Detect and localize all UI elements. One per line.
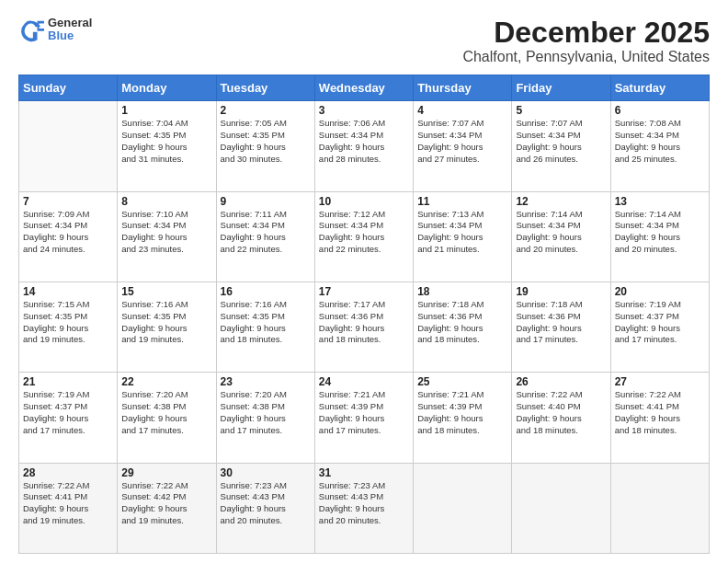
- calendar-cell: 5Sunrise: 7:07 AMSunset: 4:34 PMDaylight…: [512, 101, 610, 191]
- day-info: Sunrise: 7:09 AMSunset: 4:34 PMDaylight:…: [23, 209, 113, 256]
- day-info: Sunrise: 7:18 AMSunset: 4:36 PMDaylight:…: [516, 299, 606, 346]
- calendar-cell: 23Sunrise: 7:20 AMSunset: 4:38 PMDayligh…: [216, 373, 314, 463]
- day-info: Sunrise: 7:07 AMSunset: 4:34 PMDaylight:…: [417, 118, 507, 165]
- calendar-cell: 31Sunrise: 7:23 AMSunset: 4:43 PMDayligh…: [314, 463, 413, 553]
- day-info: Sunrise: 7:23 AMSunset: 4:43 PMDaylight:…: [319, 480, 409, 527]
- header: General Blue December 2025 Chalfont, Pen…: [18, 17, 710, 65]
- calendar-cell: 6Sunrise: 7:08 AMSunset: 4:34 PMDaylight…: [610, 101, 709, 191]
- calendar-cell: 19Sunrise: 7:18 AMSunset: 4:36 PMDayligh…: [512, 282, 610, 372]
- day-number: 26: [516, 375, 606, 388]
- calendar-cell: 4Sunrise: 7:07 AMSunset: 4:34 PMDaylight…: [414, 101, 512, 191]
- day-number: 2: [221, 104, 311, 117]
- calendar-cell: 2Sunrise: 7:05 AMSunset: 4:35 PMDaylight…: [216, 101, 314, 191]
- day-info: Sunrise: 7:11 AMSunset: 4:34 PMDaylight:…: [221, 209, 311, 256]
- day-info: Sunrise: 7:18 AMSunset: 4:36 PMDaylight:…: [417, 299, 507, 346]
- day-number: 28: [23, 466, 113, 479]
- day-number: 12: [516, 195, 606, 208]
- calendar-cell: 9Sunrise: 7:11 AMSunset: 4:34 PMDaylight…: [216, 191, 314, 282]
- day-number: 19: [516, 285, 606, 298]
- day-number: 4: [417, 104, 507, 117]
- day-number: 5: [516, 104, 606, 117]
- calendar-cell: [512, 463, 610, 553]
- day-number: 14: [23, 285, 113, 298]
- day-info: Sunrise: 7:15 AMSunset: 4:35 PMDaylight:…: [23, 299, 113, 346]
- logo-blue-text: Blue: [48, 29, 92, 42]
- day-info: Sunrise: 7:19 AMSunset: 4:37 PMDaylight:…: [615, 299, 705, 346]
- day-number: 6: [615, 104, 705, 117]
- calendar-cell: [19, 101, 118, 191]
- calendar-cell: 8Sunrise: 7:10 AMSunset: 4:34 PMDaylight…: [118, 191, 216, 282]
- day-info: Sunrise: 7:06 AMSunset: 4:34 PMDaylight:…: [319, 118, 409, 165]
- day-number: 24: [319, 375, 409, 388]
- calendar-cell: 3Sunrise: 7:06 AMSunset: 4:34 PMDaylight…: [314, 101, 413, 191]
- col-wednesday: Wednesday: [314, 75, 413, 101]
- calendar-cell: 28Sunrise: 7:22 AMSunset: 4:41 PMDayligh…: [19, 463, 118, 553]
- day-info: Sunrise: 7:05 AMSunset: 4:35 PMDaylight:…: [221, 118, 311, 165]
- day-number: 20: [615, 285, 705, 298]
- day-number: 29: [121, 466, 211, 479]
- calendar-cell: 17Sunrise: 7:17 AMSunset: 4:36 PMDayligh…: [314, 282, 413, 372]
- calendar-cell: 11Sunrise: 7:13 AMSunset: 4:34 PMDayligh…: [414, 191, 512, 282]
- day-number: 25: [417, 375, 507, 388]
- day-info: Sunrise: 7:17 AMSunset: 4:36 PMDaylight:…: [319, 299, 409, 346]
- day-info: Sunrise: 7:16 AMSunset: 4:35 PMDaylight:…: [121, 299, 211, 346]
- day-number: 21: [23, 375, 113, 388]
- day-info: Sunrise: 7:21 AMSunset: 4:39 PMDaylight:…: [417, 389, 507, 436]
- col-thursday: Thursday: [414, 75, 512, 101]
- calendar-cell: 27Sunrise: 7:22 AMSunset: 4:41 PMDayligh…: [610, 373, 709, 463]
- col-friday: Friday: [512, 75, 610, 101]
- day-number: 23: [221, 375, 311, 388]
- calendar-cell: 18Sunrise: 7:18 AMSunset: 4:36 PMDayligh…: [414, 282, 512, 372]
- calendar-cell: 14Sunrise: 7:15 AMSunset: 4:35 PMDayligh…: [19, 282, 118, 372]
- day-info: Sunrise: 7:20 AMSunset: 4:38 PMDaylight:…: [221, 389, 311, 436]
- logo-general-text: General: [48, 17, 92, 29]
- calendar-cell: 12Sunrise: 7:14 AMSunset: 4:34 PMDayligh…: [512, 191, 610, 282]
- col-saturday: Saturday: [610, 75, 709, 101]
- day-number: 15: [121, 285, 211, 298]
- calendar-cell: 1Sunrise: 7:04 AMSunset: 4:35 PMDaylight…: [118, 101, 216, 191]
- logo-text: General Blue: [48, 17, 92, 43]
- day-info: Sunrise: 7:07 AMSunset: 4:34 PMDaylight:…: [516, 118, 606, 165]
- calendar-cell: 7Sunrise: 7:09 AMSunset: 4:34 PMDaylight…: [19, 191, 118, 282]
- day-info: Sunrise: 7:12 AMSunset: 4:34 PMDaylight:…: [319, 209, 409, 256]
- calendar-cell: 15Sunrise: 7:16 AMSunset: 4:35 PMDayligh…: [118, 282, 216, 372]
- calendar-cell: [414, 463, 512, 553]
- day-number: 8: [121, 195, 211, 208]
- day-number: 30: [221, 466, 311, 479]
- calendar-cell: 22Sunrise: 7:20 AMSunset: 4:38 PMDayligh…: [118, 373, 216, 463]
- calendar-week-2: 7Sunrise: 7:09 AMSunset: 4:34 PMDaylight…: [19, 191, 710, 282]
- day-number: 3: [319, 104, 409, 117]
- day-number: 22: [121, 375, 211, 388]
- day-number: 13: [615, 195, 705, 208]
- day-info: Sunrise: 7:23 AMSunset: 4:43 PMDaylight:…: [221, 480, 311, 527]
- day-number: 9: [221, 195, 311, 208]
- calendar-week-1: 1Sunrise: 7:04 AMSunset: 4:35 PMDaylight…: [19, 101, 710, 191]
- logo-icon: [18, 17, 44, 42]
- calendar-header-row: Sunday Monday Tuesday Wednesday Thursday…: [19, 75, 710, 101]
- day-info: Sunrise: 7:22 AMSunset: 4:41 PMDaylight:…: [615, 389, 705, 436]
- calendar-week-5: 28Sunrise: 7:22 AMSunset: 4:41 PMDayligh…: [19, 463, 710, 553]
- title-area: December 2025 Chalfont, Pennsylvania, Un…: [462, 17, 710, 65]
- calendar-cell: 20Sunrise: 7:19 AMSunset: 4:37 PMDayligh…: [610, 282, 709, 372]
- calendar-cell: 26Sunrise: 7:22 AMSunset: 4:40 PMDayligh…: [512, 373, 610, 463]
- page: General Blue December 2025 Chalfont, Pen…: [0, 0, 728, 563]
- col-sunday: Sunday: [19, 75, 118, 101]
- day-info: Sunrise: 7:10 AMSunset: 4:34 PMDaylight:…: [121, 209, 211, 256]
- calendar-cell: 21Sunrise: 7:19 AMSunset: 4:37 PMDayligh…: [19, 373, 118, 463]
- col-monday: Monday: [118, 75, 216, 101]
- logo: General Blue: [18, 17, 92, 43]
- calendar-cell: 24Sunrise: 7:21 AMSunset: 4:39 PMDayligh…: [314, 373, 413, 463]
- day-info: Sunrise: 7:08 AMSunset: 4:34 PMDaylight:…: [615, 118, 705, 165]
- day-number: 7: [23, 195, 113, 208]
- day-info: Sunrise: 7:22 AMSunset: 4:42 PMDaylight:…: [121, 480, 211, 527]
- calendar-week-4: 21Sunrise: 7:19 AMSunset: 4:37 PMDayligh…: [19, 373, 710, 463]
- day-number: 27: [615, 375, 705, 388]
- day-info: Sunrise: 7:13 AMSunset: 4:34 PMDaylight:…: [417, 209, 507, 256]
- calendar-cell: 13Sunrise: 7:14 AMSunset: 4:34 PMDayligh…: [610, 191, 709, 282]
- day-info: Sunrise: 7:19 AMSunset: 4:37 PMDaylight:…: [23, 389, 113, 436]
- calendar: Sunday Monday Tuesday Wednesday Thursday…: [18, 75, 710, 554]
- day-info: Sunrise: 7:04 AMSunset: 4:35 PMDaylight:…: [121, 118, 211, 165]
- day-number: 16: [221, 285, 311, 298]
- day-info: Sunrise: 7:22 AMSunset: 4:40 PMDaylight:…: [516, 389, 606, 436]
- calendar-cell: 16Sunrise: 7:16 AMSunset: 4:35 PMDayligh…: [216, 282, 314, 372]
